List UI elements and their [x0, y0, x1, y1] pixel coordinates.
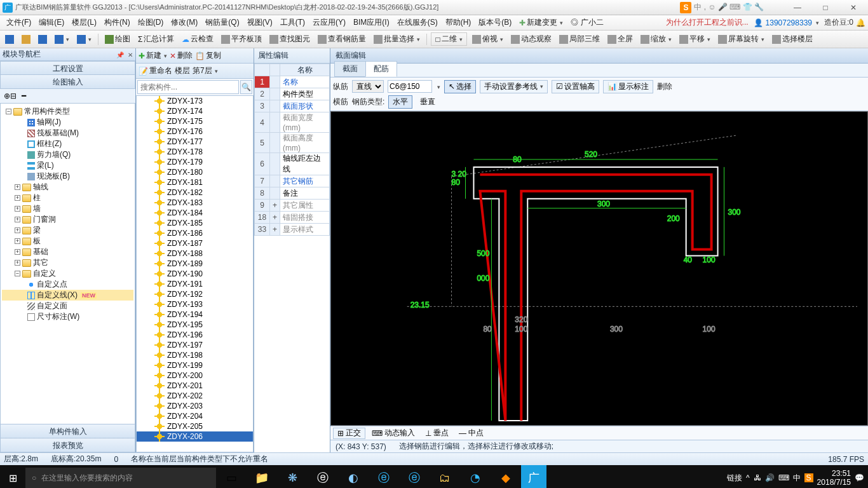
component-item[interactable]: ZDYX-187	[137, 238, 253, 248]
search-button[interactable]: 🔍	[240, 80, 252, 94]
rotate-button[interactable]: 屏幕旋转	[715, 33, 767, 45]
undo-button[interactable]	[52, 34, 72, 44]
tree-row[interactable]: + 轴线	[2, 182, 133, 193]
batch-select-button[interactable]: 批量选择	[371, 33, 423, 45]
component-item[interactable]: ZDYX-195	[137, 320, 253, 330]
search-input[interactable]	[137, 80, 239, 94]
delete-label[interactable]: 删除	[657, 81, 672, 92]
user-phone[interactable]: 13907298339	[754, 18, 819, 27]
tree-row[interactable]: 筏板基础(M)	[2, 128, 133, 139]
draw-button[interactable]: 绘图	[102, 33, 133, 45]
menu-item[interactable]: 编辑(E)	[35, 17, 68, 28]
minimize-button[interactable]: —	[789, 3, 806, 12]
component-item[interactable]: ZDYX-197	[137, 340, 253, 350]
component-item[interactable]: ZDYX-194	[137, 309, 253, 320]
menu-item[interactable]: 帮助(H)	[442, 17, 475, 28]
spec-input[interactable]	[388, 80, 432, 93]
rename-button[interactable]: 📝重命名	[139, 65, 172, 76]
explorer-icon[interactable]: 🗂	[430, 465, 460, 488]
current-app-icon[interactable]: 广	[521, 465, 546, 488]
component-item[interactable]: ZDYX-175	[137, 116, 253, 126]
section-canvas[interactable]: 全部纵筋 按截面 520	[330, 111, 868, 426]
windows-taskbar[interactable]: ⊞ ○ 在这里输入你要搜索的内容 ▭ 📁 ❋ ⓔ ◐ ⓔ ⓔ 🗂 ◔ ◆ 广 链…	[0, 465, 868, 488]
link-tray[interactable]: 链接	[727, 473, 742, 484]
component-item[interactable]: ZDYX-192	[137, 289, 253, 299]
ie-icon[interactable]: ⓔ	[399, 465, 430, 488]
ime-indicator[interactable]: S 中 , ☺ 🎤 ⌨ 👕 🔧	[680, 2, 764, 13]
component-item[interactable]: ZDYX-185	[137, 218, 253, 228]
tree-row[interactable]: + 门窗洞	[2, 214, 133, 225]
edge-legacy-icon[interactable]: ⓔ	[308, 465, 338, 488]
task-view-icon[interactable]: ▭	[216, 465, 247, 488]
tree-row[interactable]: − 常用构件类型	[2, 106, 133, 117]
tree-row[interactable]: 自定义面	[2, 301, 133, 311]
pan-button[interactable]: 平移	[677, 33, 713, 45]
app-icon-1[interactable]: 📁	[247, 465, 277, 488]
report-preview-header[interactable]: 报表预览	[0, 438, 135, 452]
menu-item[interactable]: 楼层(L)	[68, 17, 100, 28]
component-item[interactable]: ZDYX-178	[137, 147, 253, 157]
property-row[interactable]: 6轴线距左边线	[255, 153, 330, 175]
select-floor-button[interactable]: 选择楼层	[770, 33, 815, 45]
collapse-all-icon[interactable]: ━	[22, 92, 26, 100]
app-icon-4[interactable]: ◔	[460, 465, 491, 488]
cloud-check-button[interactable]: ☁云检查	[179, 33, 216, 45]
dyn-input-button[interactable]: ⌨ 动态输入	[368, 428, 419, 439]
menu-item[interactable]: 绘图(D)	[134, 17, 168, 28]
component-item[interactable]: ZDYX-189	[137, 259, 253, 269]
redo-button[interactable]	[74, 34, 94, 44]
copy-component-button[interactable]: 📋复制	[195, 50, 221, 61]
component-item[interactable]: ZDYX-205	[137, 421, 253, 431]
app-icon-5[interactable]: ◆	[491, 465, 521, 488]
component-item[interactable]: ZDYX-186	[137, 228, 253, 238]
tree-row[interactable]: − 自定义	[2, 268, 133, 279]
tree-row[interactable]: 自定义点	[2, 279, 133, 290]
new-component-button[interactable]: ✚新建	[139, 50, 167, 61]
tree-row[interactable]: 框柱(Z)	[2, 139, 133, 149]
tree-row[interactable]: + 板	[2, 236, 133, 247]
hint-text[interactable]: 为什么打开工程之前识...	[666, 17, 749, 28]
mid-snap-button[interactable]: — 中点	[455, 428, 487, 439]
component-item[interactable]: ZDYX-183	[137, 198, 253, 208]
tray-ime-icon[interactable]: 中	[793, 473, 801, 484]
component-item[interactable]: ZDYX-188	[137, 248, 253, 259]
manual-ref-button[interactable]: 手动设置参考线	[480, 80, 548, 93]
perp-snap-button[interactable]: ⊥ 垂点	[421, 428, 452, 439]
component-item[interactable]: ZDYX-181	[137, 177, 253, 187]
tree-row[interactable]: 轴网(J)	[2, 117, 133, 128]
save-button[interactable]	[36, 34, 50, 44]
line-type-select[interactable]: 直线	[352, 80, 384, 93]
vert-button[interactable]: 垂直	[416, 96, 439, 108]
property-row[interactable]: 5截面高度(mm)	[255, 133, 330, 153]
property-row[interactable]: 1名称	[255, 76, 330, 88]
component-item[interactable]: ZDYX-190	[137, 269, 253, 279]
set-axis-button[interactable]: ☑ 设置轴高	[552, 80, 599, 93]
tab-section[interactable]: 截面	[334, 61, 366, 77]
user-small[interactable]: ◎ 广小二	[567, 16, 607, 29]
select-tool-button[interactable]: ↖ 选择	[444, 80, 476, 93]
project-settings-header[interactable]: 工程设置	[0, 61, 135, 75]
horiz-button[interactable]: 水平	[388, 95, 412, 109]
menu-item[interactable]: 修改(M)	[167, 17, 201, 28]
component-item[interactable]: ZDYX-182	[137, 187, 253, 198]
show-mark-button[interactable]: 📊 显示标注	[603, 80, 653, 93]
tray-net-icon[interactable]: 🖧	[754, 473, 761, 482]
delete-component-button[interactable]: ✕删除	[170, 50, 193, 61]
fullscreen-button[interactable]: 全屏	[605, 33, 635, 45]
menu-item[interactable]: 云应用(Y)	[309, 17, 349, 28]
tray-kb-icon[interactable]: ⌨	[778, 473, 789, 482]
component-item[interactable]: ZDYX-193	[137, 299, 253, 309]
component-item[interactable]: ZDYX-206	[137, 431, 253, 442]
tray-vol-icon[interactable]: 🔊	[765, 473, 775, 482]
menu-item[interactable]: 版本号(B)	[475, 17, 515, 28]
menu-item[interactable]: 在线服务(S)	[393, 17, 442, 28]
cost-beans[interactable]: 造价豆:0	[824, 17, 865, 28]
menu-item[interactable]: BIM应用(I)	[349, 17, 393, 28]
draw-input-header[interactable]: 绘图输入	[0, 75, 135, 89]
property-row[interactable]: 33+显示样式	[255, 224, 330, 236]
floor-select[interactable]: 第7层	[193, 65, 218, 76]
menu-item[interactable]: 钢筋量(Q)	[201, 17, 243, 28]
component-list[interactable]: ZDYX-173 ZDYX-174 ZDYX-175 ZDYX-176 ZDYX…	[136, 95, 254, 452]
taskbar-search[interactable]: ○ 在这里输入你要搜索的内容	[25, 468, 216, 488]
find-button[interactable]: 查找图元	[267, 33, 313, 45]
